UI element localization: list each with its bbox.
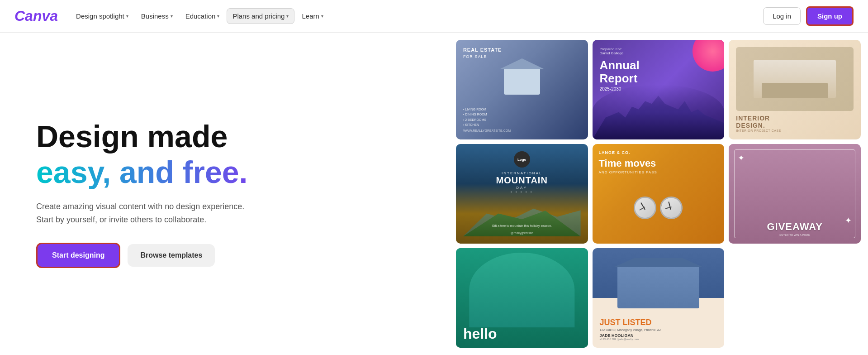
nav-actions: Log in Sign up — [763, 6, 854, 26]
canva-logo[interactable]: Canva — [14, 8, 58, 24]
template-time-moves[interactable]: LANGE & CO. Time moves AND OPPORTUNITIES… — [593, 144, 725, 244]
nav-links: Design spotlight ▾ Business ▾ Education … — [71, 8, 763, 24]
interior-title: INTERIOR — [736, 115, 854, 122]
interior-subtitle: INTERIOR PROJECT CASE — [736, 129, 854, 132]
real-estate-title: REAL ESTATE — [463, 47, 581, 53]
login-button[interactable]: Log in — [763, 7, 801, 25]
chevron-down-icon: ▾ — [126, 14, 128, 19]
nav-design-spotlight[interactable]: Design spotlight ▾ — [71, 9, 134, 24]
mountain-handle: @reallygreatsite — [510, 231, 533, 235]
start-designing-button[interactable]: Start designing — [36, 243, 120, 268]
mountain-dots: • • • • • — [511, 190, 533, 194]
mountain-international: INTERNATIONAL — [502, 171, 542, 175]
hello-person-illustration — [469, 253, 574, 327]
nav-plans-pricing[interactable]: Plans and pricing ▾ — [227, 8, 294, 24]
logo-text: Canva — [14, 8, 58, 24]
time-title: Time moves — [599, 158, 718, 169]
hello-text: hello — [456, 320, 588, 348]
chevron-down-icon: ▾ — [286, 14, 289, 19]
house-illustration — [504, 67, 540, 95]
listed-visual-area — [600, 255, 717, 318]
mountain-visual: Gift a tree to mountain this holiday sea… — [463, 196, 581, 236]
clocks-area — [599, 174, 718, 237]
listed-address: 122 Oak St, Mahogany Village, Phoenix, A… — [600, 328, 717, 331]
giveaway-label: GIVEAWAY — [736, 221, 854, 233]
chevron-down-icon: ▾ — [217, 14, 219, 19]
template-giveaway[interactable]: ✦ ✦ GIVEAWAY ENTER TO WIN A PRIZE — [729, 144, 861, 244]
mountain-title: MOUNTAIN — [496, 175, 548, 186]
giveaway-tagline: ENTER TO WIN A PRIZE — [736, 234, 854, 236]
annual-prepared-for: Prepared For: — [600, 47, 717, 51]
template-interior-design[interactable]: INTERIOR DESIGN. INTERIOR PROJECT CASE — [729, 40, 861, 139]
template-mountain-day[interactable]: Logo INTERNATIONAL MOUNTAIN DAY • • • • … — [456, 144, 588, 244]
city-skyline — [593, 85, 725, 139]
sparkle-icon-top-left: ✦ — [738, 153, 745, 163]
interior-image-area — [736, 47, 854, 111]
main-content: Design made easy, and free. Create amazi… — [0, 33, 868, 355]
nav-learn[interactable]: Learn ▾ — [296, 9, 328, 24]
template-just-listed[interactable]: JUST LISTED 122 Oak St, Mahogany Village… — [593, 248, 725, 348]
templates-grid: REAL ESTATE FOR SALE • LIVING ROOM• DINI… — [451, 33, 868, 355]
hero-title-line2: easy, and free. — [36, 155, 424, 189]
template-annual-report[interactable]: Prepared For: Daniel Gallego AnnualRepor… — [593, 40, 725, 139]
annual-city-visual — [593, 85, 725, 139]
chevron-down-icon: ▾ — [171, 14, 173, 19]
navigation: Canva Design spotlight ▾ Business ▾ Educ… — [0, 0, 868, 33]
annual-name: Daniel Gallego — [600, 51, 717, 55]
time-brand: LANGE & CO. — [599, 150, 718, 155]
mountain-day-label: DAY — [516, 186, 527, 190]
just-listed-label: JUST LISTED — [600, 318, 717, 327]
template-hello[interactable]: hello — [456, 248, 588, 348]
chevron-down-icon: ▾ — [321, 14, 323, 19]
mountain-logo: Logo — [514, 151, 530, 168]
interior-room-illustration — [754, 60, 836, 98]
hero-buttons: Start designing Browse templates — [36, 243, 424, 268]
signup-button[interactable]: Sign up — [806, 6, 854, 26]
hero-description: Create amazing visual content with no de… — [36, 200, 253, 226]
listed-house-illustration — [617, 265, 700, 309]
realtor-name: JADE HOOLIGAN — [600, 333, 717, 338]
clock-2 — [658, 194, 685, 221]
hero-title-line1: Design made — [36, 120, 424, 154]
template-real-estate[interactable]: REAL ESTATE FOR SALE • LIVING ROOM• DINI… — [456, 40, 588, 139]
mountain-gift-text: Gift a tree to mountain this holiday sea… — [492, 224, 552, 227]
hero-section: Design made easy, and free. Create amazi… — [0, 33, 451, 355]
browse-templates-button[interactable]: Browse templates — [128, 244, 215, 267]
time-subtitle: AND OPPORTUNITIES PASS — [599, 170, 718, 174]
clock-1 — [634, 197, 656, 219]
interior-design-label: DESIGN. — [736, 122, 854, 129]
real-estate-details: • LIVING ROOM• DINING ROOM• 2 BEDROOMS• … — [463, 107, 581, 127]
realtor-contact: +123 456 789 | jade@realty.com — [600, 338, 717, 341]
real-estate-website: WWW.REALLYGREATSITE.COM — [463, 129, 581, 132]
nav-education[interactable]: Education ▾ — [180, 9, 225, 24]
nav-business[interactable]: Business ▾ — [136, 9, 178, 24]
real-estate-visual — [463, 59, 581, 103]
